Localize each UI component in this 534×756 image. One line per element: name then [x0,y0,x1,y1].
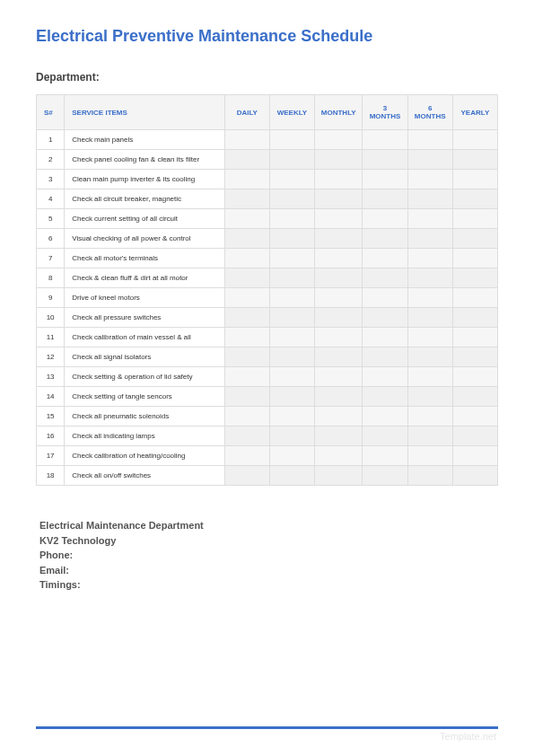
freq-cell [315,268,363,288]
freq-cell [224,170,269,189]
freq-cell [363,130,407,150]
row-service-item: Check main panels [65,130,224,150]
table-row: 10Check all pressure switches [37,308,498,328]
row-service-item: Drive of kneel motors [65,288,224,308]
freq-cell [363,426,407,446]
freq-cell [269,268,314,288]
freq-cell [269,130,314,150]
row-service-item: Check calibration of heating/cooling [65,446,224,466]
table-row: 1Check main panels [37,130,498,150]
table-row: 15Check all pneumatic solenoids [37,407,498,426]
freq-cell [224,367,269,387]
row-number: 11 [37,328,65,347]
row-number: 6 [37,229,65,249]
freq-cell [363,328,407,347]
freq-cell [315,407,363,426]
freq-cell [452,288,497,308]
freq-cell [407,249,452,268]
freq-cell [452,130,497,150]
freq-cell [407,150,452,170]
freq-cell [269,249,314,268]
row-service-item: Check all indicating lamps [65,426,224,446]
freq-cell [224,426,269,446]
freq-cell [363,229,407,249]
table-row: 11Check calibration of main vessel & all [37,328,498,347]
freq-cell [224,407,269,426]
row-service-item: Clean main pump inverter & its cooling [65,170,224,189]
row-service-item: Check all pressure switches [65,308,224,328]
row-number: 14 [37,387,65,407]
footer-timings: Timings: [39,577,498,593]
freq-cell [269,367,314,387]
row-number: 1 [37,130,65,150]
row-number: 9 [37,288,65,308]
row-service-item: Check all on/off switches [65,466,224,486]
bottom-rule [36,726,498,729]
freq-cell [363,387,407,407]
freq-cell [315,446,363,466]
table-row: 16Check all indicating lamps [37,426,498,446]
row-service-item: Check setting of tangle sencors [65,387,224,407]
col-3months: 3 MONTHS [363,95,407,130]
freq-cell [363,367,407,387]
row-service-item: Check all signal isolators [65,347,224,367]
row-number: 18 [37,466,65,486]
freq-cell [452,328,497,347]
freq-cell [224,189,269,209]
freq-cell [407,170,452,189]
freq-cell [407,446,452,466]
freq-cell [363,189,407,209]
row-number: 2 [37,150,65,170]
freq-cell [224,229,269,249]
freq-cell [269,229,314,249]
freq-cell [269,209,314,229]
row-service-item: Check all motor's terminals [65,249,224,268]
row-number: 4 [37,189,65,209]
freq-cell [407,407,452,426]
freq-cell [315,170,363,189]
freq-cell [407,328,452,347]
row-number: 8 [37,268,65,288]
row-service-item: Check panel cooling fan & clean its filt… [65,150,224,170]
table-row: 3Clean main pump inverter & its cooling [37,170,498,189]
watermark: Template.net [440,731,496,742]
freq-cell [224,150,269,170]
freq-cell [315,466,363,486]
table-row: 14Check setting of tangle sencors [37,387,498,407]
footer-company: KV2 Technology [39,533,498,549]
freq-cell [363,150,407,170]
freq-cell [407,268,452,288]
freq-cell [452,446,497,466]
freq-cell [269,407,314,426]
freq-cell [452,209,497,229]
freq-cell [315,328,363,347]
freq-cell [269,426,314,446]
row-service-item: Check calibration of main vessel & all [65,328,224,347]
freq-cell [407,308,452,328]
freq-cell [407,189,452,209]
row-number: 17 [37,446,65,466]
freq-cell [224,466,269,486]
freq-cell [407,209,452,229]
freq-cell [224,308,269,328]
table-row: 18Check all on/off switches [37,466,498,486]
table-row: 4Check all circuit breaker, magnetic [37,189,498,209]
freq-cell [363,347,407,367]
freq-cell [269,446,314,466]
freq-cell [224,209,269,229]
freq-cell [363,209,407,229]
freq-cell [269,189,314,209]
freq-cell [407,347,452,367]
freq-cell [363,308,407,328]
freq-cell [407,288,452,308]
table-row: 5Check current setting of all circuit [37,209,498,229]
row-number: 12 [37,347,65,367]
freq-cell [224,130,269,150]
freq-cell [315,288,363,308]
freq-cell [452,407,497,426]
freq-cell [452,249,497,268]
table-row: 8Check & clean fluff & dirt at all motor [37,268,498,288]
freq-cell [363,446,407,466]
page-title: Electrical Preventive Maintenance Schedu… [36,27,498,46]
col-6months: 6 MONTHS [407,95,452,130]
